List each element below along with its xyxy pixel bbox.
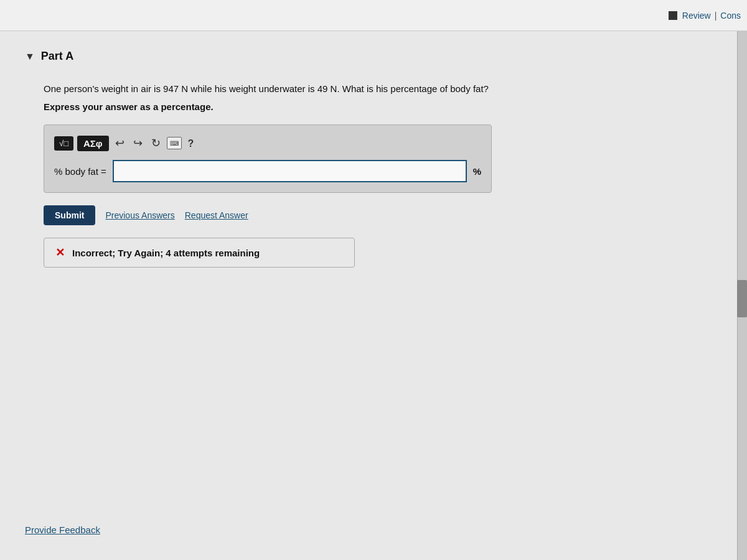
redo-button[interactable]: ↪: [131, 135, 145, 151]
keyboard-icon: ⌨: [167, 137, 182, 149]
request-answer-link[interactable]: Request Answer: [185, 210, 248, 220]
error-icon: ✕: [55, 246, 65, 259]
scrollbar-thumb[interactable]: [737, 280, 747, 317]
question-text: One person's weight in air is 947 N whil…: [44, 82, 722, 96]
refresh-button[interactable]: ↻: [149, 135, 163, 151]
redo-icon: ↪: [133, 137, 143, 149]
part-title: Part A: [41, 50, 73, 63]
separator: |: [715, 11, 717, 21]
collapse-chevron[interactable]: ▼: [25, 51, 35, 62]
answer-unit: %: [473, 166, 481, 177]
answer-row: % body fat = %: [54, 160, 481, 182]
help-icon: ?: [188, 138, 194, 149]
review-icon: [669, 11, 677, 20]
scrollbar-track: [737, 31, 747, 560]
top-bar-links: Review | Cons: [669, 11, 741, 21]
error-box: ✕ Incorrect; Try Again; 4 attempts remai…: [44, 238, 355, 268]
provide-feedback-link[interactable]: Provide Feedback: [25, 525, 100, 535]
answer-container: √□ ΑΣφ ↩ ↪ ↻ ⌨ ? % body fat = %: [44, 124, 492, 193]
undo-button[interactable]: ↩: [113, 135, 127, 151]
previous-answers-link[interactable]: Previous Answers: [105, 210, 174, 220]
error-message: Incorrect; Try Again; 4 attempts remaini…: [72, 248, 260, 258]
main-content: ▼ Part A One person's weight in air is 9…: [0, 31, 747, 560]
undo-icon: ↩: [115, 137, 125, 149]
radical-button[interactable]: √□: [54, 136, 73, 151]
math-toolbar: √□ ΑΣφ ↩ ↪ ↻ ⌨ ?: [54, 135, 481, 151]
answer-label: % body fat =: [54, 166, 106, 177]
greek-label: ΑΣφ: [83, 138, 103, 149]
answer-input[interactable]: [113, 160, 467, 182]
greek-button[interactable]: ΑΣφ: [77, 136, 109, 151]
review-link[interactable]: Review: [682, 11, 711, 21]
part-header: ▼ Part A: [25, 50, 722, 63]
cons-link[interactable]: Cons: [720, 11, 741, 21]
submit-button[interactable]: Submit: [44, 205, 95, 225]
radical-icon: √□: [59, 139, 68, 148]
help-button[interactable]: ?: [186, 136, 197, 151]
submit-row: Submit Previous Answers Request Answer: [44, 205, 722, 225]
top-bar: Review | Cons: [0, 0, 747, 31]
refresh-icon: ↻: [151, 137, 161, 149]
question-block: One person's weight in air is 947 N whil…: [44, 82, 722, 112]
question-instruction: Express your answer as a percentage.: [44, 101, 722, 112]
